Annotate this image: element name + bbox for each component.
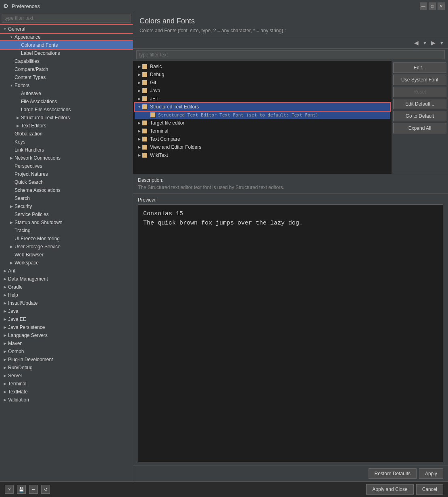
- sidebar-item-network-connections[interactable]: ▶Network Connections: [0, 154, 133, 162]
- sidebar-item-oomph[interactable]: ▶Oomph: [0, 347, 133, 356]
- sidebar-item-perspectives[interactable]: Perspectives: [0, 162, 133, 170]
- font-filter-input[interactable]: [136, 50, 445, 59]
- edit-button[interactable]: Edit...: [393, 62, 446, 73]
- minimize-button[interactable]: —: [420, 2, 427, 10]
- sidebar-item-java-persistence[interactable]: ▶Java Persistence: [0, 323, 133, 331]
- tree-arrow-java-persistence: ▶: [2, 324, 8, 331]
- sidebar-item-plug-in-development[interactable]: ▶Plug-in Development: [0, 356, 133, 364]
- sidebar-item-ui-freeze-monitoring[interactable]: UI Freeze Monitoring: [0, 235, 133, 243]
- font-tree-item-jet[interactable]: ▶JET: [135, 95, 390, 103]
- sidebar-item-tracing[interactable]: Tracing: [0, 227, 133, 235]
- sidebar-item-autosave[interactable]: Autosave: [0, 89, 133, 98]
- font-arrow-structured-text-editors: ▾: [136, 105, 142, 109]
- sidebar-item-data-management[interactable]: ▶Data Management: [0, 275, 133, 283]
- sidebar-label-network-connections: Network Connections: [15, 155, 60, 161]
- go-to-default-button[interactable]: Go to Default: [393, 111, 446, 121]
- sidebar-item-help[interactable]: ▶Help: [0, 291, 133, 299]
- sidebar-label-tracing: Tracing: [15, 228, 31, 233]
- sidebar-item-user-storage-service[interactable]: ▶User Storage Service: [0, 243, 133, 251]
- apply-and-close-button[interactable]: Apply and Close: [366, 484, 413, 495]
- sidebar-item-content-types[interactable]: Content Types: [0, 73, 133, 81]
- sidebar-item-structured-text-editors[interactable]: ▶Structured Text Editors: [0, 114, 133, 122]
- sidebar-label-quick-search: Quick Search: [15, 179, 44, 185]
- sidebar-label-compare-patch: Compare/Patch: [15, 67, 48, 72]
- sidebar-item-large-file-associations[interactable]: Large File Associations: [0, 106, 133, 114]
- sidebar-item-validation[interactable]: ▶Validation: [0, 396, 133, 404]
- sidebar-item-file-associations[interactable]: File Associations: [0, 98, 133, 106]
- sidebar-item-install-update[interactable]: ▶Install/Update: [0, 299, 133, 307]
- maximize-button[interactable]: □: [429, 2, 436, 10]
- font-tree-item-view-and-editor-folders[interactable]: ▶View and Editor Folders: [135, 143, 390, 151]
- sidebar-item-capabilities[interactable]: Capabilities: [0, 57, 133, 65]
- font-tree-label-java: Java: [150, 88, 160, 94]
- apply-button[interactable]: Apply: [419, 468, 443, 479]
- sidebar-item-startup-and-shutdown[interactable]: ▶Startup and Shutdown: [0, 218, 133, 227]
- sidebar-item-link-handlers[interactable]: Link Handlers: [0, 146, 133, 154]
- sidebar-item-search[interactable]: Search: [0, 194, 133, 202]
- nav-dropdown-button[interactable]: ▾: [422, 39, 428, 47]
- font-tree-item-text-compare[interactable]: ▶Text Compare: [135, 135, 390, 143]
- sidebar-item-terminal[interactable]: ▶Terminal: [0, 380, 133, 388]
- sidebar-item-security[interactable]: ▶Security: [0, 202, 133, 210]
- font-tree-item-target-file-editor[interactable]: ▶Target file editor: [135, 119, 390, 127]
- import-icon[interactable]: ↩: [29, 485, 38, 494]
- restore-defaults-button[interactable]: Restore Defaults: [369, 468, 417, 479]
- save-icon[interactable]: 💾: [17, 485, 26, 494]
- font-folder-icon-jet: [142, 96, 148, 102]
- sidebar-item-service-policies[interactable]: Service Policies: [0, 210, 133, 218]
- reset-button[interactable]: Reset: [393, 87, 446, 97]
- font-tree-item-java[interactable]: ▶Java: [135, 87, 390, 95]
- sidebar-label-colors-and-fonts: Colors and Fonts: [21, 42, 58, 48]
- sidebar-item-language-servers[interactable]: ▶Language Servers: [0, 331, 133, 339]
- edit-default-button[interactable]: Edit Default...: [393, 99, 446, 109]
- expand-all-button[interactable]: Expand All: [393, 123, 446, 133]
- font-tree-item-ste-font[interactable]: Structured Text Editor Text Font (set to…: [135, 111, 390, 119]
- font-tree-item-wikitext[interactable]: ▶WikiText: [135, 151, 390, 159]
- sidebar-item-editors[interactable]: ▾Editors: [0, 81, 133, 89]
- sidebar-item-ant[interactable]: ▶Ant: [0, 267, 133, 275]
- nav-more-button[interactable]: ▾: [439, 39, 445, 47]
- use-system-font-button[interactable]: Use System Font: [393, 75, 446, 85]
- sidebar-item-workspace[interactable]: ▶Workspace: [0, 259, 133, 267]
- sidebar-item-web-browser[interactable]: Web Browser: [0, 251, 133, 259]
- sidebar-item-textmate[interactable]: ▶TextMate: [0, 388, 133, 396]
- tree-arrow-tracing: [8, 227, 15, 234]
- sidebar-item-quick-search[interactable]: Quick Search: [0, 178, 133, 186]
- font-tree-item-git[interactable]: ▶Git: [135, 79, 390, 87]
- bottom-bar: Restore Defaults Apply: [133, 466, 448, 481]
- sidebar-item-project-natures[interactable]: Project Natures: [0, 170, 133, 178]
- sidebar-item-appearance[interactable]: ▾Appearance: [0, 33, 133, 41]
- sidebar-item-java-ee[interactable]: ▶Java EE: [0, 315, 133, 323]
- tree-arrow-capabilities: [8, 58, 15, 64]
- description-label: Description:: [138, 177, 443, 183]
- sidebar-item-schema-associations[interactable]: Schema Associations: [0, 186, 133, 194]
- sidebar-item-colors-and-fonts[interactable]: Colors and Fonts: [0, 41, 133, 49]
- sidebar-item-globalization[interactable]: Globalization: [0, 130, 133, 138]
- sidebar-search-input[interactable]: [2, 14, 131, 23]
- font-tree-item-structured-text-editors[interactable]: ▾Structured Text Editors: [135, 103, 390, 111]
- tree-arrow-large-file-associations: [15, 106, 21, 113]
- description-text: The Structured text editor text font is …: [138, 185, 443, 190]
- sidebar-item-compare-patch[interactable]: Compare/Patch: [0, 65, 133, 73]
- forward-button[interactable]: ▶: [429, 39, 437, 47]
- refresh-icon[interactable]: ↺: [41, 485, 50, 494]
- tree-arrow-install-update: ▶: [2, 300, 8, 306]
- sidebar-item-run-debug[interactable]: ▶Run/Debug: [0, 364, 133, 372]
- cancel-button[interactable]: Cancel: [416, 484, 443, 495]
- sidebar-item-maven[interactable]: ▶Maven: [0, 339, 133, 347]
- font-tree-item-debug[interactable]: ▶Debug: [135, 71, 390, 79]
- sidebar-item-label-decorations[interactable]: Label Decorations: [0, 49, 133, 57]
- sidebar-item-server[interactable]: ▶Server: [0, 372, 133, 380]
- font-tree-item-basic[interactable]: ▶Basic: [135, 62, 390, 71]
- back-button[interactable]: ◀: [413, 39, 420, 47]
- sidebar-item-gradle[interactable]: ▶Gradle: [0, 283, 133, 291]
- sidebar-item-text-editors[interactable]: ▶Text Editors: [0, 122, 133, 130]
- help-icon[interactable]: ?: [5, 485, 14, 494]
- sidebar-item-java[interactable]: ▶Java: [0, 307, 133, 315]
- close-button[interactable]: ✕: [438, 2, 445, 10]
- sidebar-item-general[interactable]: ▾General: [0, 25, 133, 33]
- font-tree-item-terminal[interactable]: ▶Terminal: [135, 127, 390, 135]
- tree-arrow-data-management: ▶: [2, 276, 8, 282]
- sidebar-item-keys[interactable]: Keys: [0, 138, 133, 146]
- tree-arrow-quick-search: [8, 179, 15, 185]
